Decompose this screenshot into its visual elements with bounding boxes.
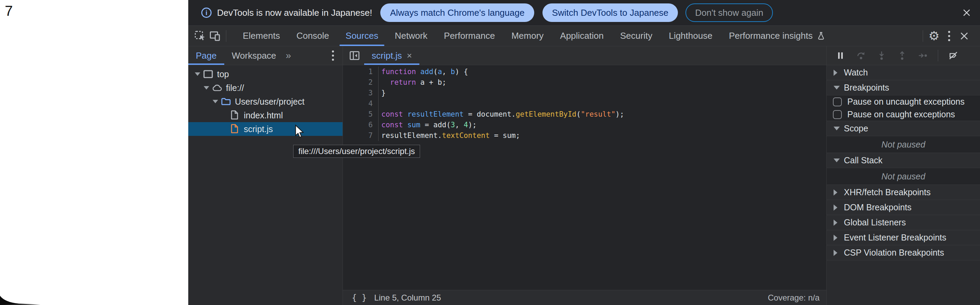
code-text: const sum = add(3, 4); (379, 120, 477, 130)
code-line-6[interactable]: 6const sum = add(3, 4); (343, 120, 826, 130)
expander-arrow-icon[interactable] (194, 72, 201, 76)
not-paused-message: Not paused (827, 136, 980, 153)
not-paused-message: Not paused (827, 168, 980, 185)
tab-console[interactable]: Console (288, 26, 337, 46)
section-label: Call Stack (844, 155, 883, 165)
section-event-listener-breakpoints[interactable]: Event Listener Breakpoints (827, 230, 980, 245)
expander-arrow-icon[interactable] (212, 100, 219, 103)
line-number[interactable]: 1 (343, 67, 379, 77)
step-into-icon[interactable] (873, 48, 891, 63)
deactivate-breakpoints-icon[interactable] (944, 48, 962, 63)
tab-network[interactable]: Network (387, 26, 436, 46)
code-line-1[interactable]: 1function add(a, b) { (343, 67, 826, 77)
line-number[interactable]: 4 (343, 99, 379, 109)
section-label: DOM Breakpoints (844, 203, 912, 212)
section-watch[interactable]: Watch (827, 65, 980, 80)
checkbox-row-pause-on-uncaught-exceptions[interactable]: Pause on uncaught exceptions (827, 95, 980, 108)
debugger-pane: WatchBreakpointsPause on uncaught except… (826, 46, 980, 305)
tab-sources[interactable]: Sources (337, 26, 387, 46)
chevron-right-icon (834, 189, 844, 196)
editor-tab-strip: script.js × (343, 46, 826, 65)
section-content-scope: Not paused (827, 136, 980, 153)
tab-performance-insights[interactable]: Performance insights (721, 26, 834, 46)
pretty-print-icon[interactable]: { } (350, 293, 369, 303)
tab-performance[interactable]: Performance (436, 26, 503, 46)
main-tabs: ElementsConsoleSourcesNetworkPerformance… (235, 26, 834, 46)
code-line-3[interactable]: 3} (343, 88, 826, 99)
switch-to-japanese-button[interactable]: Switch DevTools to Japanese (542, 3, 678, 22)
section-label: Event Listener Breakpoints (844, 233, 947, 243)
toggle-navigator-icon[interactable] (347, 48, 362, 63)
tab-lighthouse[interactable]: Lighthouse (660, 26, 721, 46)
tab-label: Sources (346, 30, 378, 41)
tab-label: Memory (511, 30, 544, 41)
flask-icon (816, 31, 826, 41)
section-global-listeners[interactable]: Global Listeners (827, 215, 980, 230)
inspect-element-icon[interactable] (192, 29, 207, 43)
code-line-7[interactable]: 7resultElement.textContent = sum; (343, 130, 826, 141)
checkbox[interactable] (833, 110, 842, 119)
folder-icon (221, 96, 231, 107)
more-tabs-icon[interactable]: » (283, 50, 293, 61)
device-toolbar-icon[interactable] (207, 29, 223, 43)
chevron-right-icon (834, 250, 844, 256)
chevron-right-icon (834, 235, 844, 241)
code-text (379, 99, 381, 109)
tree-item-index-html[interactable]: index.html (188, 109, 342, 122)
code-line-2[interactable]: 2 return a + b; (343, 77, 826, 88)
tab-memory[interactable]: Memory (503, 26, 552, 46)
section-csp-violation-breakpoints[interactable]: CSP Violation Breakpoints (827, 245, 980, 260)
code-editor[interactable]: 1function add(a, b) {2 return a + b;3}45… (343, 65, 826, 290)
section-scope[interactable]: Scope (827, 121, 980, 136)
pause-icon[interactable] (832, 48, 850, 63)
notification-close-icon[interactable] (962, 8, 971, 17)
tab-label: Security (620, 30, 652, 41)
settings-gear-icon[interactable]: ⚙ (926, 29, 942, 43)
tree-item-top[interactable]: top (188, 67, 342, 81)
section-breakpoints[interactable]: Breakpoints (827, 80, 980, 95)
checkbox-row-pause-on-caught-exceptions[interactable]: Pause on caught exceptions (827, 108, 980, 121)
section-label: Scope (844, 123, 868, 133)
always-match-language-button[interactable]: Always match Chrome's language (380, 3, 534, 22)
section-call-stack[interactable]: Call Stack (827, 153, 980, 168)
section-xhr-fetch-breakpoints[interactable]: XHR/fetch Breakpoints (827, 185, 980, 200)
notification-bar: i DevTools is now available in Japanese!… (188, 0, 980, 26)
notification-message: DevTools is now available in Japanese! (217, 8, 372, 18)
navigator-kebab-icon[interactable] (325, 48, 340, 63)
line-number[interactable]: 5 (343, 109, 379, 120)
editor-pane: script.js × 1function add(a, b) {2 retur… (343, 46, 826, 305)
navigator-pane: Page Workspace » topfile://Users/user/pr… (188, 46, 343, 305)
code-text: } (379, 88, 386, 99)
expander-arrow-icon[interactable] (203, 86, 210, 89)
section-dom-breakpoints[interactable]: DOM Breakpoints (827, 200, 980, 215)
line-number[interactable]: 6 (343, 120, 379, 130)
line-number[interactable]: 3 (343, 88, 379, 99)
devtools-close-icon[interactable] (957, 29, 972, 43)
editor-tab-close-icon[interactable]: × (407, 50, 412, 61)
code-text: function add(a, b) { (379, 67, 468, 77)
more-options-kebab-icon[interactable] (942, 29, 957, 43)
tab-elements[interactable]: Elements (235, 26, 288, 46)
dont-show-again-button[interactable]: Don't show again (686, 3, 773, 22)
step-icon[interactable] (914, 48, 932, 63)
tab-security[interactable]: Security (612, 26, 661, 46)
tab-application[interactable]: Application (552, 26, 612, 46)
code-text: resultElement.textContent = sum; (379, 130, 520, 141)
page-number-label: 7 (5, 3, 13, 19)
section-content-call-stack: Not paused (827, 168, 980, 185)
section-label: CSP Violation Breakpoints (844, 248, 944, 258)
tab-workspace[interactable]: Workspace (224, 46, 284, 65)
tab-page[interactable]: Page (188, 46, 224, 65)
code-line-5[interactable]: 5const resultElement = document.getEleme… (343, 109, 826, 120)
code-line-4[interactable]: 4 (343, 99, 826, 109)
step-over-icon[interactable] (852, 48, 870, 63)
line-number[interactable]: 2 (343, 77, 379, 88)
line-number[interactable]: 7 (343, 130, 379, 141)
step-out-icon[interactable] (893, 48, 911, 63)
editor-tab-script-js[interactable]: script.js × (364, 46, 419, 65)
checkbox[interactable] (833, 97, 842, 106)
debugger-toolbar (827, 46, 980, 65)
tree-item-script-js[interactable]: script.js (188, 122, 342, 136)
tree-item-file[interactable]: file:// (188, 81, 342, 95)
tree-item-users-user-project[interactable]: Users/user/project (188, 95, 342, 109)
